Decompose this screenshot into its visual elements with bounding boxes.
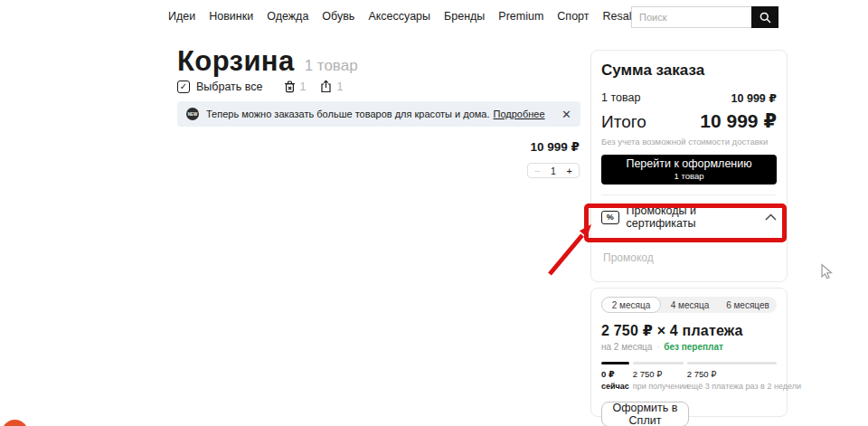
payment-schedule: 0 ₽ сейчас 2 750 ₽ при получении 2 750 ₽…: [601, 369, 777, 392]
delete-count: 1: [300, 80, 307, 93]
split-term: на 2 месяца: [601, 342, 652, 352]
cart-header: Корзина 1 товар: [177, 45, 358, 78]
cart-page: Идеи Новинки Одежда Обувь Аксессуары Бре…: [0, 0, 868, 426]
progress-segment-2: [633, 362, 684, 364]
search-input[interactable]: [632, 7, 751, 27]
search-bar: [631, 6, 778, 28]
nav-item-ideas[interactable]: Идеи: [168, 10, 195, 23]
split-widget-card: 2 месяца 4 месяца 6 месяцев 2 750 ₽ × 4 …: [590, 288, 788, 417]
summary-items-price: 10 999 ₽: [731, 91, 777, 105]
schedule-label: при получении: [633, 381, 684, 392]
payment-progress-bar: [601, 362, 777, 364]
schedule-col-delivery: 2 750 ₽ при получении: [633, 369, 684, 392]
nav-item-accessories[interactable]: Аксессуары: [368, 10, 430, 23]
share-icon: [320, 80, 332, 93]
trash-icon: [284, 80, 296, 93]
items-count: 1 товар: [305, 57, 358, 75]
share-selected-button[interactable]: 1: [320, 80, 343, 93]
promo-banner: NEW Теперь можно заказать больше товаров…: [177, 101, 580, 127]
quantity-value: 1: [551, 166, 556, 176]
total-price: 10 999 ₽: [700, 110, 777, 132]
schedule-col-rest: 2 750 ₽ ещё 3 платежа раз в 2 недели: [687, 369, 801, 392]
tab-6-months[interactable]: 6 месяцев: [719, 297, 777, 313]
nav-item-sport[interactable]: Спорт: [557, 10, 589, 23]
quantity-stepper: − 1 +: [527, 163, 580, 178]
search-button[interactable]: [751, 6, 778, 28]
page-title: Корзина: [177, 45, 295, 78]
nav-item-brands[interactable]: Бренды: [444, 10, 485, 23]
search-icon: [759, 11, 772, 24]
split-checkout-button[interactable]: Оформить в Сплит: [601, 402, 689, 426]
banner-more-link[interactable]: Подробнее: [494, 109, 545, 119]
order-summary-card: Сумма заказа 1 товар 10 999 ₽ Итого 10 9…: [590, 50, 788, 282]
banner-text: Теперь можно заказать больше товаров для…: [206, 109, 490, 119]
tab-4-months[interactable]: 4 месяца: [661, 297, 719, 313]
delivery-note: Без учета возможной стоимости доставки: [601, 137, 777, 147]
split-headline: 2 750 ₽ × 4 платежа: [601, 322, 777, 339]
total-label: Итого: [601, 112, 646, 132]
checkmark-icon: ✓: [180, 81, 187, 91]
chat-widget-button[interactable]: [2, 420, 28, 426]
promo-ticket-icon: %: [601, 211, 619, 224]
nav-item-shoes[interactable]: Обувь: [322, 10, 354, 23]
tab-2-months[interactable]: 2 месяца: [601, 297, 661, 313]
nav-item-new[interactable]: Новинки: [209, 10, 253, 23]
promo-code-input[interactable]: [601, 251, 777, 265]
delete-selected-button[interactable]: 1: [284, 80, 307, 93]
summary-divider: [601, 194, 777, 195]
summary-items-label: 1 товар: [601, 91, 640, 105]
schedule-amount: 0 ₽: [601, 369, 629, 381]
promo-section-toggle[interactable]: % Промокоды и сертификаты: [601, 204, 777, 230]
item-price: 10 999 ₽: [399, 139, 580, 154]
schedule-amount: 2 750 ₽: [633, 369, 684, 381]
checkout-sublabel: 1 товар: [675, 171, 704, 181]
checkout-label: Перейти к оформлению: [626, 157, 751, 171]
quantity-increase-button[interactable]: +: [567, 166, 572, 176]
schedule-amount: 2 750 ₽: [687, 369, 801, 381]
progress-segment-3: [687, 362, 777, 364]
promo-input-wrap: [601, 241, 777, 274]
checkout-button[interactable]: Перейти к оформлению 1 товар: [601, 155, 777, 185]
new-badge-icon: NEW: [186, 108, 199, 120]
split-term-tabs: 2 месяца 4 месяца 6 месяцев: [601, 297, 777, 313]
share-count: 1: [336, 80, 343, 93]
mouse-cursor-icon: [819, 263, 834, 279]
banner-close-icon[interactable]: ✕: [561, 109, 571, 120]
select-all-label[interactable]: Выбрать все: [196, 80, 263, 93]
nav-item-clothes[interactable]: Одежда: [267, 10, 308, 23]
nav-item-premium[interactable]: Premium: [498, 10, 543, 23]
chevron-up-icon[interactable]: [765, 213, 777, 221]
cart-toolbar: ✓ Выбрать все 1 1: [177, 80, 343, 93]
schedule-label: ещё 3 платежа раз в 2 недели: [687, 381, 801, 392]
summary-items-row: 1 товар 10 999 ₽: [601, 91, 777, 105]
promo-section-label: Промокоды и сертификаты: [627, 204, 766, 230]
schedule-col-now: 0 ₽ сейчас: [601, 369, 629, 392]
split-subline: на 2 месяца · без переплат: [601, 342, 777, 352]
dot-separator: ·: [656, 342, 659, 352]
percent-glyph: %: [607, 213, 614, 222]
summary-title: Сумма заказа: [601, 62, 777, 80]
split-benefit: без переплат: [664, 342, 723, 352]
progress-segment-1: [601, 362, 629, 364]
select-all-checkbox[interactable]: ✓: [177, 80, 190, 93]
summary-total-row: Итого 10 999 ₽: [601, 110, 777, 132]
quantity-decrease-button[interactable]: −: [534, 166, 540, 176]
schedule-label: сейчас: [601, 381, 629, 392]
